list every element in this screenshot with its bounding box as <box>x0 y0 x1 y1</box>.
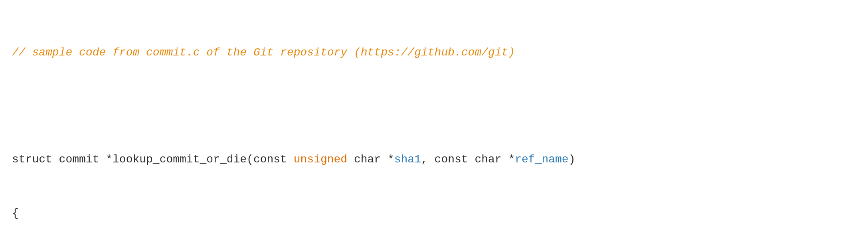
blank-line-1 <box>12 97 856 115</box>
ref-name-param: ref_name <box>515 153 568 166</box>
code-block: // sample code from commit.c of the Git … <box>12 8 856 251</box>
struct-keyword: struct commit *lookup_commit_or_die(cons… <box>12 153 294 166</box>
open-brace-line: { <box>12 205 856 223</box>
sha1-param: sha1 <box>394 153 421 166</box>
close-paren: ) <box>569 153 575 166</box>
unsigned-keyword: unsigned <box>294 153 347 166</box>
comma-const: , const char * <box>421 153 515 166</box>
comment-line: // sample code from commit.c of the Git … <box>12 44 856 62</box>
comment-text: // sample code from commit.c of the Git … <box>12 46 515 59</box>
function-signature-line: struct commit *lookup_commit_or_die(cons… <box>12 151 856 169</box>
open-brace: { <box>12 207 19 219</box>
char-keyword: char * <box>347 153 394 166</box>
